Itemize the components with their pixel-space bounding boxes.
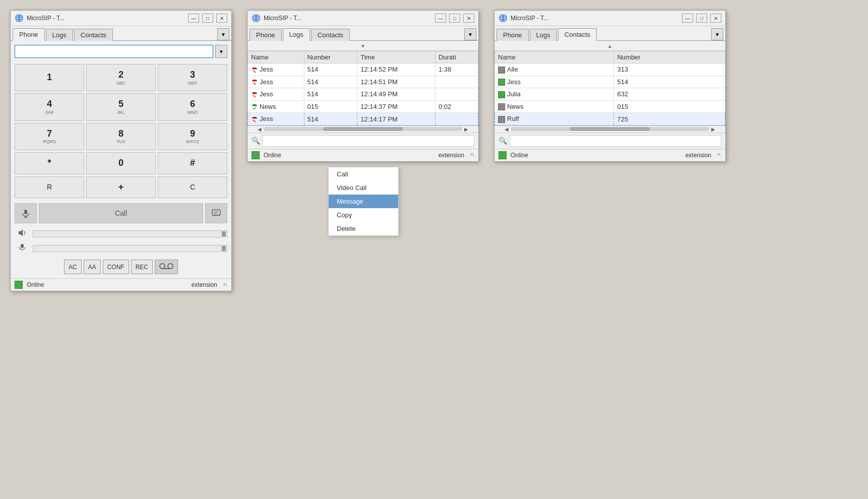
status-ext-phone: extension xyxy=(192,281,217,288)
maximize-button-logs[interactable]: □ xyxy=(449,14,460,23)
dial-plus[interactable]: + xyxy=(86,176,156,199)
dial-0[interactable]: 0 xyxy=(86,152,156,174)
minimize-button-contacts[interactable]: — xyxy=(682,14,693,23)
tab-phone-contacts[interactable]: Phone xyxy=(497,29,529,41)
dial-star[interactable]: * xyxy=(15,152,84,174)
ac-button[interactable]: AC xyxy=(64,260,82,274)
contact-row-selected[interactable]: Ruff 725 xyxy=(495,113,725,126)
search-icon-logs: 🔍 xyxy=(252,137,260,145)
voicemail-button[interactable] xyxy=(155,260,178,274)
conf-button[interactable]: CONF xyxy=(103,260,129,274)
scroll-right-logs[interactable]: ▶ xyxy=(462,127,470,132)
dial-r[interactable]: R xyxy=(15,176,84,199)
dial-9[interactable]: 9WXYZ xyxy=(158,123,227,150)
hscrollbar-contacts[interactable]: ◀ ▶ xyxy=(494,126,725,133)
message-icon xyxy=(212,209,221,218)
mic-bar[interactable] xyxy=(33,245,227,252)
scroll-thumb-logs[interactable] xyxy=(323,127,403,131)
tab-logs[interactable]: Logs xyxy=(46,29,73,41)
scroll-left-logs[interactable]: ◀ xyxy=(256,127,264,132)
scroll-thumb-contacts[interactable] xyxy=(570,127,650,131)
tab-contacts-contacts[interactable]: Contacts xyxy=(558,28,597,41)
log-row[interactable]: Jess 514 12:14:51 PM xyxy=(248,76,478,88)
minimize-button-logs[interactable]: — xyxy=(435,14,446,23)
tab-dropdown[interactable]: ▼ xyxy=(217,28,229,40)
close-button-logs[interactable]: ✕ xyxy=(463,14,474,23)
maximize-button-phone[interactable]: □ xyxy=(202,14,213,23)
svg-point-14 xyxy=(160,264,165,269)
tab-logs-logs[interactable]: Logs xyxy=(283,28,310,41)
dial-3[interactable]: 3DEF xyxy=(158,64,227,91)
context-message-logs[interactable]: Message xyxy=(329,195,398,208)
missed-call-icon xyxy=(251,79,258,86)
message-button[interactable] xyxy=(205,203,227,223)
contact-row[interactable]: News 015 xyxy=(495,100,725,113)
status-icon-contacts xyxy=(499,151,507,159)
search-input-logs[interactable] xyxy=(262,135,474,147)
dial-4[interactable]: 4GHI xyxy=(15,93,84,120)
call-button[interactable]: Call xyxy=(39,203,203,223)
tab-phone[interactable]: Phone xyxy=(13,28,45,41)
context-copy-logs[interactable]: Copy xyxy=(329,208,398,222)
log-row-selected[interactable]: Jess 514 12:14:17 PM xyxy=(248,113,478,126)
scroll-track-logs[interactable] xyxy=(264,127,462,131)
phone-input-dropdown[interactable]: ▼ xyxy=(215,45,227,58)
dial-1[interactable]: 1 xyxy=(15,64,84,91)
log-duration: 1:38 xyxy=(435,64,478,76)
log-time: 12:14:17 PM xyxy=(357,113,436,126)
dial-8[interactable]: 8TUV xyxy=(86,123,156,150)
titlebar-contacts: MicroSIP - T... — □ ✕ xyxy=(494,11,725,26)
tab-contacts-logs[interactable]: Contacts xyxy=(311,29,350,41)
close-button-contacts[interactable]: ✕ xyxy=(710,14,721,23)
search-row-contacts: 🔍 xyxy=(494,133,725,149)
logs-table: Name Number Time Durati Jess 514 12:14:5… xyxy=(247,51,478,126)
close-button-phone[interactable]: ✕ xyxy=(216,14,227,23)
phone-window: MicroSIP - T... — □ ✕ Phone Logs Contact… xyxy=(10,10,232,291)
contact-number: 313 xyxy=(614,64,725,76)
aa-button[interactable]: AA xyxy=(84,260,101,274)
svg-marker-11 xyxy=(19,229,23,236)
hscrollbar-logs[interactable]: ◀ ▶ xyxy=(247,126,478,133)
mic-button[interactable] xyxy=(15,203,37,223)
search-input-contacts[interactable] xyxy=(509,135,721,147)
log-row[interactable]: News 015 12:14:37 PM 0:02 xyxy=(248,100,478,113)
rec-button[interactable]: REC xyxy=(131,260,153,274)
contact-row[interactable]: Julia 632 xyxy=(495,88,725,101)
scroll-track-contacts[interactable] xyxy=(511,127,709,131)
tab-phone-logs[interactable]: Phone xyxy=(250,29,282,41)
log-name: News xyxy=(248,100,304,113)
status-text-phone: Online xyxy=(27,281,44,288)
tab-dropdown-logs[interactable]: ▼ xyxy=(464,28,476,40)
dial-hash[interactable]: # xyxy=(158,152,227,174)
tab-logs-contacts[interactable]: Logs xyxy=(530,29,557,41)
tab-dropdown-contacts[interactable]: ▼ xyxy=(711,28,723,40)
titlebar-logs: MicroSIP - T... — □ ✕ xyxy=(247,11,478,26)
tabbar-contacts: Phone Logs Contacts ▼ xyxy=(494,26,725,41)
minimize-button-phone[interactable]: — xyxy=(188,14,199,23)
context-call-logs[interactable]: Call xyxy=(329,167,398,181)
dial-6[interactable]: 6MNO xyxy=(158,93,227,120)
dial-c[interactable]: C xyxy=(158,176,227,199)
log-row[interactable]: Jess 514 12:14:49 PM xyxy=(248,88,478,101)
phone-input[interactable] xyxy=(15,45,213,58)
dial-2[interactable]: 2ABC xyxy=(86,64,156,91)
speaker-row xyxy=(11,226,231,241)
scroll-left-contacts[interactable]: ◀ xyxy=(503,127,511,132)
resize-handle-phone[interactable]: ⇱ xyxy=(223,282,227,288)
dial-5[interactable]: 5JKL xyxy=(86,93,156,120)
tab-contacts[interactable]: Contacts xyxy=(74,29,113,41)
contact-row[interactable]: Jess 514 xyxy=(495,76,725,88)
context-videocall-logs[interactable]: Video Call xyxy=(329,181,398,195)
scroll-right-contacts[interactable]: ▶ xyxy=(709,127,717,132)
log-duration xyxy=(435,88,478,101)
context-delete-logs[interactable]: Delete xyxy=(329,222,398,235)
logs-window: MicroSIP - T... — □ ✕ Phone Logs Contact… xyxy=(247,10,479,162)
resize-handle-logs[interactable]: ⇱ xyxy=(470,152,474,158)
speaker-bar[interactable] xyxy=(33,230,227,237)
log-row[interactable]: Jess 514 12:14:52 PM 1:38 xyxy=(248,64,478,76)
log-number: 015 xyxy=(304,100,357,113)
resize-handle-contacts[interactable]: ⇱ xyxy=(717,152,721,158)
dial-7[interactable]: 7PQRS xyxy=(15,123,84,150)
contact-row[interactable]: Alle 313 xyxy=(495,64,725,76)
maximize-button-contacts[interactable]: □ xyxy=(696,14,707,23)
